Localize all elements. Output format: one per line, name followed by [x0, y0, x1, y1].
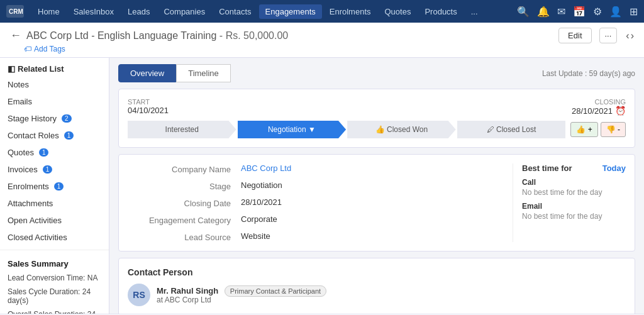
sidebar-item-attachments[interactable]: Attachments: [0, 195, 109, 212]
mail-icon[interactable]: ✉: [557, 6, 565, 18]
contact-person-title: Contact Person: [128, 267, 626, 277]
contact-name[interactable]: Mr. Rahul Singh: [157, 286, 218, 296]
contact-name-row: Mr. Rahul Singh Primary Contact & Partic…: [157, 286, 326, 296]
add-tags-button[interactable]: Add Tags: [34, 45, 65, 53]
best-time-panel: Best time for Today Call No best time fo…: [513, 163, 626, 242]
sidebar-item-open-activities[interactable]: Open Activities: [0, 212, 109, 229]
stage-interested[interactable]: Interested: [128, 121, 236, 138]
nav-more[interactable]: ...: [465, 4, 484, 19]
tab-timeline[interactable]: Timeline: [176, 64, 231, 82]
previous-record-button[interactable]: ‹: [626, 30, 629, 41]
today-link[interactable]: Today: [602, 163, 626, 173]
notification-icon[interactable]: 🔔: [537, 6, 550, 18]
app-logo: CRM: [6, 5, 24, 18]
search-icon[interactable]: 🔍: [517, 6, 530, 18]
content-area: Overview Timeline Last Update : 59 day(s…: [109, 58, 644, 314]
avatar: RS: [128, 284, 150, 306]
sidebar-divider-1: [0, 250, 109, 250]
thumbs-up-button[interactable]: 👍 +: [570, 122, 597, 137]
record-navigation: ‹ ›: [626, 30, 634, 41]
thumb-buttons: 👍 + 👎 -: [570, 121, 626, 138]
next-record-button[interactable]: ›: [631, 30, 634, 41]
nav-engagements[interactable]: Engagements: [259, 4, 322, 19]
stage-negotiation[interactable]: Negotiation ▼: [238, 121, 347, 138]
lead-conversion-time: Lead Conversion Time: NA: [0, 271, 109, 285]
contact-company: at ABC Corp Ltd: [157, 296, 326, 304]
nav-salesinbox[interactable]: SalesInbox: [67, 4, 120, 19]
sidebar-item-quotes[interactable]: Quotes 1: [0, 144, 109, 161]
edit-button[interactable]: Edit: [558, 28, 591, 43]
more-options-button[interactable]: ···: [599, 28, 618, 43]
contact-tag: Primary Contact & Participant: [225, 285, 326, 297]
stage-history-badge: 2: [62, 114, 72, 123]
sidebar-item-contact-roles[interactable]: Contact Roles 1: [0, 127, 109, 144]
calendar-icon[interactable]: 📅: [573, 6, 586, 18]
nav-right-icons: 🔍 🔔 ✉ 📅 ⚙ 👤 ⊞: [517, 6, 638, 18]
nav-products[interactable]: Products: [418, 4, 463, 19]
company-name-value[interactable]: ABC Corp Ltd: [241, 163, 504, 174]
sidebar-item-invoices[interactable]: Invoices 1: [0, 161, 109, 178]
details-main: Company Name ABC Corp Ltd Stage Negotiat…: [128, 163, 504, 242]
lead-source-value: Website: [241, 231, 504, 242]
sidebar-item-stage-history[interactable]: Stage History 2: [0, 110, 109, 127]
user-avatar[interactable]: 👤: [609, 6, 622, 18]
nav-leads[interactable]: Leads: [121, 4, 156, 19]
sidebar: ◧ Related List Notes Emails Stage Histor…: [0, 58, 109, 314]
sidebar-item-emails[interactable]: Emails: [0, 93, 109, 110]
email-label: Email: [522, 202, 626, 211]
nav-companies[interactable]: Companies: [157, 4, 211, 19]
sales-summary-title: Sales Summary: [0, 254, 109, 271]
engagement-category-value: Corporate: [241, 214, 504, 225]
call-no-time: No best time for the day: [522, 188, 626, 197]
details-card: Company Name ABC Corp Ltd Stage Negotiat…: [118, 154, 635, 251]
settings-icon[interactable]: ⚙: [593, 6, 602, 18]
sidebar-item-enrolments[interactable]: Enrolments 1: [0, 178, 109, 195]
enrolments-badge: 1: [54, 182, 64, 191]
closing-date: 28/10/2021: [572, 106, 613, 116]
related-list-icon: ◧: [8, 64, 15, 74]
last-update-text: Last Update : 59 day(s) ago: [542, 69, 635, 78]
stage-closed-won[interactable]: 👍 Closed Won: [347, 121, 456, 138]
lead-source-label: Lead Source: [128, 231, 241, 242]
closing-date-label: Closing Date: [128, 197, 241, 208]
sales-cycle-duration: Sales Cycle Duration: 24 day(s): [0, 285, 109, 307]
closing-label: CLOSING: [594, 98, 626, 106]
tags-row: 🏷 Add Tags: [10, 45, 634, 53]
back-button[interactable]: ←: [10, 29, 21, 42]
engagement-category-label: Engagement Category: [128, 214, 241, 225]
start-label: START: [128, 98, 150, 106]
contact-details: Mr. Rahul Singh Primary Contact & Partic…: [157, 286, 326, 304]
nav-home[interactable]: Home: [31, 4, 66, 19]
start-date: 04/10/2021: [128, 106, 169, 116]
grid-icon[interactable]: ⊞: [630, 6, 638, 18]
company-name-label: Company Name: [128, 163, 241, 174]
top-navigation: CRM Home SalesInbox Leads Companies Cont…: [0, 0, 644, 23]
stage-date-card: START CLOSING 04/10/2021 28/10/2021 ⏰ In…: [118, 89, 635, 148]
best-time-email: Email No best time for the day: [522, 202, 626, 221]
best-time-call: Call No best time for the day: [522, 178, 626, 197]
best-time-header: Best time for Today: [522, 163, 626, 173]
zoho-logo-icon: CRM: [6, 5, 24, 18]
date-values-row: 04/10/2021 28/10/2021 ⏰: [128, 106, 626, 116]
related-list-header: ◧ Related List: [0, 58, 109, 76]
stage-closed-lost[interactable]: 🖊 Closed Lost: [457, 121, 566, 138]
invoices-badge: 1: [43, 165, 53, 174]
nav-enrolments[interactable]: Enrolments: [323, 4, 377, 19]
tab-overview[interactable]: Overview: [118, 64, 176, 82]
closing-date-value: 28/10/2021 ⏰: [572, 106, 626, 116]
call-label: Call: [522, 178, 626, 187]
overall-sales-duration: Overall Sales Duration: 34: [0, 307, 109, 314]
svg-text:CRM: CRM: [9, 8, 23, 15]
nav-contacts[interactable]: Contacts: [213, 4, 257, 19]
details-layout: Company Name ABC Corp Ltd Stage Negotiat…: [128, 163, 626, 242]
contact-roles-badge: 1: [64, 131, 74, 140]
tag-icon: 🏷: [24, 45, 31, 53]
contact-row: RS Mr. Rahul Singh Primary Contact & Par…: [128, 284, 626, 306]
thumbs-down-button[interactable]: 👎 -: [601, 122, 626, 137]
date-labels-row: START CLOSING: [128, 98, 626, 106]
best-time-title: Best time for: [522, 163, 572, 173]
sidebar-item-closed-activities[interactable]: Closed Activities: [0, 229, 109, 246]
nav-quotes[interactable]: Quotes: [379, 4, 418, 19]
sidebar-item-notes[interactable]: Notes: [0, 76, 109, 93]
overdue-icon: ⏰: [615, 106, 626, 116]
